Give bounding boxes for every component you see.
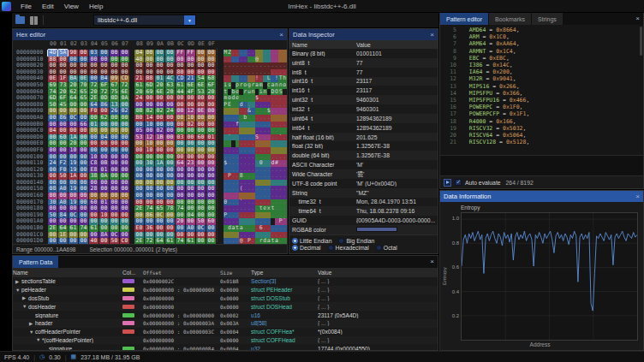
chevron-right-icon[interactable]: ▶ (15, 279, 21, 284)
hex-byte[interactable]: 00 (48, 238, 57, 244)
pattern-data-col-header[interactable]: Name (13, 270, 122, 276)
hex-byte[interactable]: 74 (176, 238, 185, 244)
hex-byte[interactable]: 61 (186, 238, 195, 244)
inspector-row[interactable]: GUID{00905A4D-0003-0000-0000... (289, 216, 438, 225)
tab-pattern-data[interactable]: Pattern Data (13, 256, 58, 268)
pattern-data-col-header[interactable]: Type (251, 270, 318, 276)
chevron-right-icon[interactable]: ▶ (29, 321, 35, 326)
pattern-data-row[interactable]: ▶sectionsTable0x0000002C0x01B8Section[3]… (13, 277, 438, 286)
code-line[interactable]: 14 MIPSFPU = 0x366, (442, 90, 643, 97)
code-line[interactable]: 12 M32R = 0x9041, (442, 75, 643, 82)
code-line[interactable]: 13 MIPS16 = 0x266, (442, 83, 643, 90)
hex-byte[interactable]: 00 (206, 238, 216, 244)
inspector-row-value[interactable]: '獍' (356, 169, 438, 178)
inspector-row[interactable]: uint8_t77 (289, 58, 438, 68)
chevron-down-icon[interactable]: ▼ (36, 337, 42, 342)
pattern-data-row[interactable]: ▶dosStub0x000000000x0000struct DOSStub{ … (13, 294, 438, 303)
inspector-row[interactable]: Wide Character'獍' (289, 169, 438, 179)
inspector-row[interactable]: String"MZ" (289, 188, 438, 198)
evaluate-icon[interactable] (444, 179, 451, 187)
code-line[interactable]: 9 EBC = 0xEBC, (442, 55, 643, 62)
radio-dot-icon[interactable] (292, 238, 298, 244)
inspector-row-value[interactable]: 'M' (U+0x004D) (356, 181, 438, 187)
hex-byte[interactable]: 00 (99, 238, 109, 244)
pattern-data-row[interactable]: signature0x00000000 : 0x000000000x0002u1… (13, 311, 438, 319)
code-line[interactable]: 20 RISCV64 = 0x5064, (442, 132, 643, 139)
close-icon[interactable]: × (430, 32, 434, 39)
inspector-row-value[interactable]: 'M' (356, 162, 438, 168)
file-selector-combo[interactable]: libstdc++-6.dll ▼ (93, 15, 196, 26)
code-line[interactable]: 5 AMD64 = 0x8664, (442, 27, 643, 33)
code-line[interactable]: 17 POWERPCFP = 0x1F1, (442, 110, 643, 117)
inspector-row-value[interactable]: 77 (356, 60, 438, 66)
code-line[interactable]: 11 IA64 = 0x200, (442, 68, 643, 75)
tab-pattern-editor[interactable]: Pattern editor (440, 13, 488, 25)
pattern-data-col-header[interactable]: Value (318, 270, 438, 276)
hex-byte[interactable]: 00 (79, 238, 88, 244)
inspector-row-value[interactable]: "MZ" (356, 190, 438, 196)
inspector-row[interactable]: float (32 bit)1.32567E-38 (289, 141, 438, 151)
hex-ascii-char[interactable]: . (283, 238, 287, 244)
pattern-data-row[interactable]: ▶header0x00000000 : 0x0000003A0x003Au8[5… (13, 319, 438, 328)
folder-open-icon[interactable] (15, 16, 25, 24)
pattern-data-row[interactable]: ▼*(coffHeaderPointer)0x000000000x0000str… (13, 336, 438, 345)
inspector-row[interactable]: int64_t12894362189 (289, 123, 438, 133)
inspector-row-value[interactable] (356, 227, 438, 233)
radio-little-endian[interactable]: Little Endian (292, 238, 331, 244)
pattern-data-row[interactable]: signature0x00000000 : 0x000000840x0004u3… (13, 344, 438, 350)
inspector-row[interactable]: uint16_t23117 (289, 77, 438, 86)
code-line[interactable]: 21 RISCV128 = 0x5128, (442, 139, 643, 145)
inspector-row-value[interactable]: {00905A4D-0003-0000-0000... (356, 217, 438, 223)
radio-octal[interactable]: Octal (376, 245, 397, 251)
tab-strings[interactable]: Strings (531, 13, 563, 25)
radio-big-endian[interactable]: Big Endian (338, 238, 374, 244)
chevron-down-icon[interactable]: ▼ (29, 329, 35, 335)
close-icon[interactable]: × (430, 258, 434, 265)
inspector-row-value[interactable]: 77 (356, 69, 438, 75)
hex-editor-titlebar[interactable]: Hex editor × (13, 29, 287, 40)
pattern-data-col-header[interactable]: Size (220, 270, 251, 276)
inspector-row[interactable]: __time32_tMon, 28.04.1970 13:51 (289, 198, 438, 207)
inspector-row-value[interactable]: 1.32567E-38 (356, 143, 438, 149)
pattern-data-col-header[interactable]: Col... (122, 270, 143, 276)
pattern-data-row[interactable]: ▼coffHeaderPointer0x00000000 : 0x0000003… (13, 328, 438, 336)
close-icon[interactable]: × (635, 15, 640, 22)
close-icon[interactable]: × (279, 32, 283, 39)
inspector-row-value[interactable]: 12894362189 (356, 125, 438, 131)
pattern-console[interactable] (440, 155, 643, 175)
menu-help[interactable]: Help (84, 3, 108, 10)
menu-file[interactable]: File (15, 3, 37, 10)
hex-byte[interactable]: 2E (134, 238, 144, 244)
hex-byte[interactable]: C0 (120, 238, 129, 244)
data-information-titlebar[interactable]: Data Information × (440, 191, 643, 202)
inspector-row[interactable]: RGBA8 color (289, 225, 438, 234)
scrollbar-thumb[interactable] (640, 27, 642, 56)
hex-byte[interactable]: 00 (69, 238, 78, 244)
hex-byte[interactable]: 40 (89, 238, 98, 244)
inspector-row-value[interactable]: Thu, 18.08.2378 09:16 (356, 208, 438, 214)
inspector-row-value[interactable]: 23117 (356, 87, 438, 93)
inspector-row-value[interactable]: 23117 (356, 78, 438, 84)
book-icon[interactable] (30, 16, 38, 25)
hex-byte[interactable]: 64 (155, 238, 164, 244)
chevron-right-icon[interactable]: ▶ (22, 295, 28, 300)
radio-dot-icon[interactable] (338, 238, 344, 244)
close-icon[interactable]: × (635, 193, 640, 200)
radio-dot-icon[interactable] (376, 245, 382, 251)
code-line[interactable]: 15 MIPSFPU16 = 0x466, (442, 97, 643, 104)
code-line[interactable]: 16 POWERPC = 0x1F0, (442, 104, 643, 110)
inspector-row-value[interactable]: Mon, 28.04.1970 13:51 (356, 199, 438, 205)
inspector-row[interactable]: UTF-8 code point'M' (U+0x004D) (289, 179, 438, 188)
code-line[interactable]: 18 R4000 = 0x166, (442, 118, 643, 125)
radio-hexadecimal[interactable]: Hexadecimal (328, 245, 369, 251)
inspector-row[interactable]: ASCII Character'M' (289, 160, 438, 169)
hex-byte[interactable]: 72 (145, 238, 154, 244)
inspector-row-value[interactable]: 9460301 (356, 106, 438, 112)
code-line[interactable]: 10 I386 = 0x14C, (442, 62, 643, 68)
chevron-down-icon[interactable]: ▼ (15, 288, 21, 293)
auto-evaluate-checkbox[interactable] (455, 179, 462, 186)
hex-byte[interactable]: 50 (110, 238, 119, 244)
hex-byte[interactable]: 61 (165, 238, 175, 244)
code-line[interactable]: 8 ARMNT = 0x1C4, (442, 48, 643, 55)
hex-byte[interactable]: 00 (196, 238, 206, 244)
